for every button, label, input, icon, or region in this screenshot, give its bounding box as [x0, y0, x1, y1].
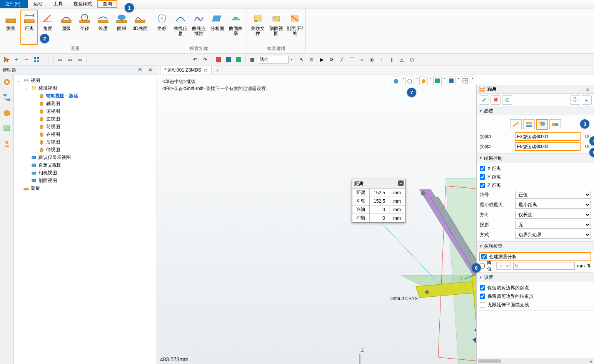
create-measure-checkbox[interactable]: 创建测量分析	[480, 252, 591, 261]
checkbox[interactable]	[480, 166, 485, 171]
mode-point-point[interactable]	[510, 119, 522, 129]
section-header[interactable]: ▼必选	[477, 106, 594, 115]
tree-default-show[interactable]: 默认仅显示视图	[14, 154, 157, 161]
tool-nav3[interactable]: ▶	[317, 55, 326, 64]
collapse-icon[interactable]: ⌄	[17, 78, 22, 83]
collapse-icon[interactable]: ⌄	[25, 86, 29, 90]
checkbox[interactable]	[480, 285, 485, 291]
tool-filter-icon[interactable]: ▦	[248, 55, 256, 64]
tool-misc1[interactable]: ▭	[56, 55, 64, 64]
ribbon-section-view[interactable]: 剖面视图	[268, 10, 285, 45]
scroll-right-icon[interactable]: ▸	[589, 359, 594, 364]
tree-back[interactable]: 后视图	[14, 138, 157, 146]
mode-body-body[interactable]	[549, 119, 561, 129]
checkbox[interactable]	[480, 302, 485, 307]
view-grid-icon[interactable]	[461, 77, 469, 85]
leftbar-tree-icon[interactable]	[2, 92, 12, 103]
ribbon-analysis-face[interactable]: 分析面	[209, 10, 226, 45]
view-cube-icon[interactable]	[392, 77, 400, 85]
tool-nav5[interactable]: ╱	[337, 55, 346, 64]
tool-nav12[interactable]: ⬡	[407, 55, 416, 64]
menu-motion[interactable]: 运动	[28, 0, 48, 8]
tree-left[interactable]: 左视图	[14, 115, 157, 123]
tool-color2[interactable]	[224, 55, 233, 64]
direction-select[interactable]: 仅长度	[515, 211, 591, 219]
panel-close-icon[interactable]: ⊠	[583, 85, 592, 94]
section-header[interactable]: ▼结果控制	[477, 154, 594, 163]
tool-nav1[interactable]: ↖	[297, 55, 306, 64]
checkbox[interactable]	[481, 254, 487, 259]
tool-misc3[interactable]: ▭	[76, 55, 84, 64]
tree-custom[interactable]: 自定义视图	[14, 161, 157, 169]
ribbon-measure[interactable]: 测量	[2, 10, 19, 45]
expand-button[interactable]: ▸	[582, 95, 592, 105]
section-header[interactable]: ▼设置	[477, 273, 594, 282]
tree-measure[interactable]: 测量	[14, 184, 157, 192]
ribbon-area[interactable]: 面积	[113, 10, 130, 45]
ribbon-3dsurface[interactable]: 3D曲面	[132, 10, 148, 45]
tree-section[interactable]: 剖面视图	[14, 177, 157, 184]
tool-grid-icon[interactable]	[32, 55, 41, 64]
ribbon-curvecont[interactable]: 曲线连续性	[190, 10, 207, 45]
measure-flyout[interactable]: 距离 – 距离152.5mm X-轴152.5mm Y-轴0mm Z-轴0mm	[352, 179, 405, 223]
tree-std-view[interactable]: ⌄📁标准视图	[14, 84, 157, 92]
keep-start-checkbox[interactable]: 保留裁剪边界的起点	[480, 284, 591, 292]
tool-nav8[interactable]: ◎	[367, 55, 376, 64]
leftbar-image-icon[interactable]	[2, 123, 12, 134]
ribbon-curveinfo[interactable]: 曲线信息	[172, 10, 189, 45]
tool-nav6[interactable]: ⌒	[347, 55, 356, 64]
ydist-checkbox[interactable]: Y 距离	[480, 173, 591, 181]
tree-front[interactable]: 前视图	[14, 123, 157, 130]
ribbon-arc[interactable]: 圆弧	[58, 10, 75, 45]
mode-edge-edge[interactable]	[523, 119, 535, 129]
ribbon-length[interactable]: 长度	[95, 10, 112, 45]
stepper-icon[interactable]: ⇅	[587, 262, 591, 270]
threshold-input[interactable]	[513, 262, 575, 270]
view-color-icon[interactable]	[433, 77, 442, 85]
tool-nav4[interactable]: ⟳	[327, 55, 336, 64]
tree-bottom[interactable]: 仰视图	[14, 146, 157, 154]
view-wire-icon[interactable]	[405, 77, 414, 85]
scrollbar-thumb[interactable]	[478, 359, 501, 363]
projection-select[interactable]: 无	[515, 221, 591, 229]
tool-nav7[interactable]: ○	[357, 55, 366, 64]
threshold-op-select[interactable]: >	[496, 262, 511, 270]
document-tab[interactable]: * 运动001.Z3MDS ✕	[160, 66, 212, 74]
infinite-checkbox[interactable]: 无限延伸平面或直线	[480, 301, 591, 309]
mode-face-face[interactable]	[536, 119, 548, 129]
chevron-down-icon[interactable]: ▾	[291, 58, 292, 61]
threshold-checkbox[interactable]: 阈值	[480, 262, 494, 270]
checkbox[interactable]	[480, 183, 485, 188]
tool-dotted-icon[interactable]	[42, 55, 51, 64]
checkbox[interactable]	[480, 294, 485, 299]
manager-pin-icon[interactable]: ⇱	[136, 66, 145, 74]
tool-nav9[interactable]: ⊥	[377, 55, 386, 64]
tool-cursor[interactable]	[2, 55, 11, 64]
cancel-button[interactable]: ✖	[491, 95, 501, 105]
tree-camera[interactable]: 相机视图	[14, 169, 157, 177]
tool-nav2[interactable]: ⊙	[307, 55, 316, 64]
tree-aux-view[interactable]: 辅助视图 - 激活	[14, 92, 157, 100]
tool-nav10[interactable]: ∥	[387, 55, 396, 64]
ribbon-coord[interactable]: +坐标	[154, 10, 170, 45]
sign-select[interactable]: 正值	[515, 191, 591, 199]
tool-redo[interactable]: ↷	[201, 55, 209, 64]
ribbon-distance[interactable]: 距离	[21, 10, 38, 45]
zdist-checkbox[interactable]: Z 距离	[480, 181, 591, 190]
ribbon-linkfile[interactable]: 关联文件	[249, 10, 266, 45]
filter-input[interactable]	[258, 56, 289, 63]
tool-misc2[interactable]: ▭	[66, 55, 74, 64]
tool-remove[interactable]: －	[22, 55, 31, 64]
ribbon-radius[interactable]: 半径	[76, 10, 93, 45]
panel-scrollbar[interactable]: ▸	[477, 358, 594, 364]
entity2-input[interactable]	[515, 143, 580, 150]
minmax-select[interactable]: 最小距离	[515, 201, 591, 209]
leftbar-box-icon[interactable]	[2, 107, 12, 118]
tool-color1[interactable]	[214, 55, 223, 64]
tool-undo[interactable]: ↶	[191, 55, 199, 64]
xdist-checkbox[interactable]: X 距离	[480, 164, 591, 173]
viewport[interactable]: <单击中键>继续. <F8>或者<Shift-roll> 查找下一个有效的过滤器…	[157, 75, 476, 364]
ribbon-section-toggle[interactable]: 剖面 开/关	[286, 10, 303, 45]
tree-right[interactable]: 右视图	[14, 130, 157, 138]
close-icon[interactable]: ✕	[204, 68, 207, 73]
